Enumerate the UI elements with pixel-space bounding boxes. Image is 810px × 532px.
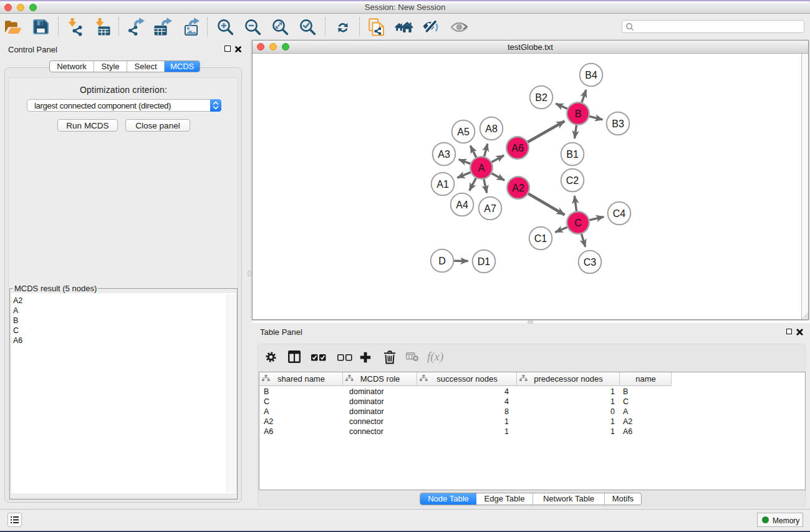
svg-text:B2: B2 [535, 92, 547, 103]
svg-text:C: C [574, 218, 582, 228]
svg-text:A: A [478, 163, 485, 173]
svg-text:A5: A5 [457, 127, 470, 137]
svg-text:A2: A2 [512, 183, 524, 193]
svg-text:D1: D1 [478, 256, 491, 267]
svg-text:C2: C2 [566, 175, 579, 186]
svg-text:D: D [438, 256, 446, 266]
svg-text:B: B [575, 109, 582, 119]
svg-text:C1: C1 [534, 233, 547, 244]
svg-text:B1: B1 [566, 149, 579, 160]
svg-text:A1: A1 [436, 179, 449, 190]
svg-text:A4: A4 [456, 200, 468, 210]
svg-text:A3: A3 [438, 149, 450, 160]
svg-text:A7: A7 [484, 203, 496, 214]
svg-text:C3: C3 [584, 257, 597, 268]
svg-text:B3: B3 [612, 118, 624, 129]
svg-text:A6: A6 [511, 143, 524, 153]
svg-text:C4: C4 [613, 208, 626, 219]
svg-text:A8: A8 [485, 123, 498, 134]
svg-text:B4: B4 [585, 70, 597, 80]
